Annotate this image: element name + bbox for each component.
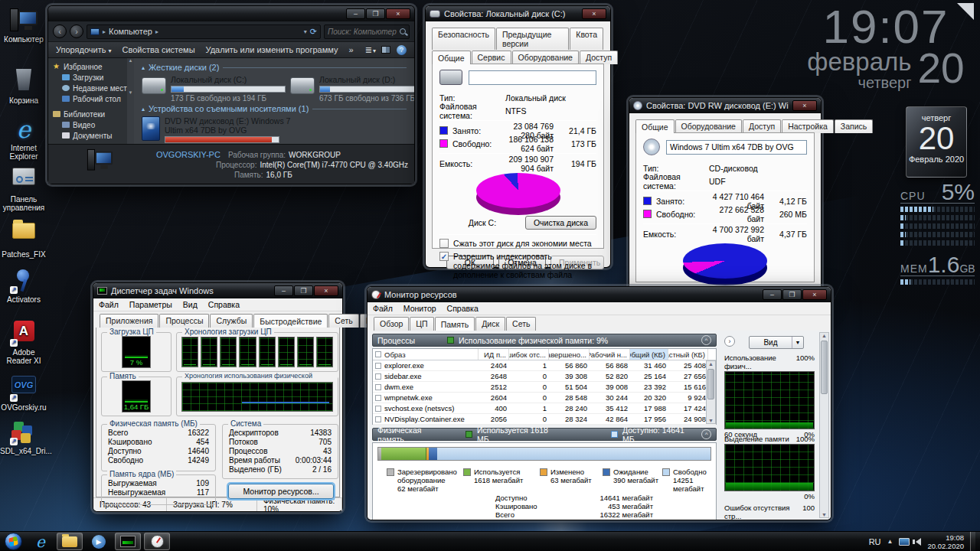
compress-checkbox[interactable] xyxy=(439,239,449,248)
minimize-button[interactable]: – xyxy=(346,8,365,19)
tab-quota[interactable]: Квота xyxy=(570,28,603,50)
volume-icon[interactable] xyxy=(916,538,921,546)
taskbar-explorer[interactable] xyxy=(57,533,83,550)
taskbar-internet-explorer[interactable]: e xyxy=(28,533,54,550)
sidebar-item-documents[interactable]: Документы xyxy=(53,130,134,141)
tab-recording[interactable]: Запись xyxy=(835,119,873,133)
sidebar-item-libraries[interactable]: Библиотеки xyxy=(53,109,134,119)
tab-performance[interactable]: Быстродействие xyxy=(253,314,328,328)
process-row[interactable]: explorer.exe 2404156 86056 86831 46025 4… xyxy=(373,360,716,371)
forward-button[interactable]: › xyxy=(70,24,83,38)
breadcrumb[interactable]: Компьютер xyxy=(109,27,152,36)
sidebar-item-favorites[interactable]: ★Избранное xyxy=(53,61,134,72)
indexing-checkbox[interactable]: ✓ xyxy=(439,252,449,261)
close-button[interactable]: × xyxy=(582,8,606,19)
close-button[interactable]: × xyxy=(792,100,817,111)
desktop-icon-recycle-bin[interactable]: Корзина xyxy=(0,67,47,105)
address-dropdown-icon[interactable]: ▾ xyxy=(304,28,307,35)
uninstall-program-button[interactable]: Удалить или изменить программу xyxy=(206,45,338,54)
close-button[interactable]: × xyxy=(386,8,410,19)
address-bar[interactable]: ▸ Компьютер ▸ ▾ ⟳ xyxy=(87,24,321,39)
process-row[interactable]: NVDisplay.Container.exe 2056028 32442 86… xyxy=(373,414,716,425)
process-checkbox[interactable] xyxy=(375,373,381,380)
resmon-titlebar[interactable]: Монитор ресурсов – ❐ × xyxy=(368,287,831,302)
taskbar-media-player[interactable]: ▶ xyxy=(86,533,112,550)
tab-sharing[interactable]: Доступ xyxy=(580,51,618,64)
refresh-icon[interactable]: ⟳ xyxy=(310,27,317,37)
desktop-icon-sdl[interactable]: ↗ SDL_x64_Dri... xyxy=(0,419,47,455)
desktop-icon-patches-fix[interactable]: Patches_FIX xyxy=(0,216,47,259)
desktop-icon-control-panel[interactable]: Панель управления xyxy=(0,164,47,212)
network-icon[interactable] xyxy=(899,538,910,546)
tab-networking[interactable]: Сеть xyxy=(328,314,358,328)
volume-label-input[interactable] xyxy=(666,140,807,155)
sidebar-scrollbar[interactable]: ▲▼ xyxy=(127,58,134,144)
desktop-icon-adobe-reader[interactable]: A↗ Adobe Reader XI xyxy=(0,318,47,365)
drive-item-c[interactable]: Локальный диск (C:) 173 ГБ свободно из 1… xyxy=(142,75,279,103)
menu-help[interactable]: Справка xyxy=(203,299,245,310)
tab-network[interactable]: Сеть xyxy=(506,317,536,331)
process-row[interactable]: wmpnetwk.exe 2604028 54830 24420 3209 92… xyxy=(373,393,716,403)
process-checkbox[interactable] xyxy=(375,406,381,412)
show-hidden-icons-arrow[interactable]: ▲ xyxy=(887,538,893,545)
maximize-button[interactable]: ❐ xyxy=(782,289,802,300)
close-button[interactable]: × xyxy=(802,289,827,300)
processes-section-header[interactable]: Процессы Использование физической памяти… xyxy=(372,334,717,347)
tab-applications[interactable]: Приложения xyxy=(100,314,158,328)
tab-hardware[interactable]: Оборудование xyxy=(675,119,742,133)
menu-file[interactable]: Файл xyxy=(93,299,124,310)
explorer-titlebar[interactable]: – ❐ × xyxy=(48,6,414,21)
resource-monitor-button[interactable]: Монитор ресурсов... xyxy=(228,484,334,499)
close-button[interactable]: × xyxy=(314,285,338,296)
start-button[interactable] xyxy=(2,533,24,551)
tab-customize[interactable]: Настройка xyxy=(782,119,834,133)
tab-overview[interactable]: Обзор xyxy=(374,317,409,331)
back-button[interactable]: ‹ xyxy=(53,24,67,38)
language-indicator[interactable]: RU xyxy=(869,537,881,546)
tab-cpu[interactable]: ЦП xyxy=(410,317,433,331)
search-icon[interactable] xyxy=(400,28,406,34)
process-row[interactable]: svchost.exe (netsvcs) 400128 24035 41217… xyxy=(373,403,716,414)
organize-menu[interactable]: Упорядочить ▾ xyxy=(56,45,112,54)
toolbar-overflow-chevron[interactable]: » xyxy=(348,45,353,54)
tab-memory[interactable]: Память xyxy=(435,317,475,331)
volume-label-input[interactable] xyxy=(469,70,596,85)
taskbar-resource-monitor[interactable] xyxy=(144,533,170,550)
physical-memory-section-header[interactable]: Физическая память Используется 1618 МБ Д… xyxy=(372,428,717,441)
select-all-checkbox[interactable] xyxy=(375,351,381,357)
disk-cleanup-button[interactable]: Очистка диска xyxy=(525,216,596,230)
dialog-titlebar[interactable]: Свойства: Локальный диск (C:) × xyxy=(426,6,610,21)
process-checkbox[interactable] xyxy=(375,384,381,390)
tab-hardware[interactable]: Оборудование xyxy=(512,51,579,64)
tab-tools[interactable]: Сервис xyxy=(472,51,511,64)
tab-previous-versions[interactable]: Предыдущие версии xyxy=(496,28,569,50)
collapse-chevron-icon[interactable]: ^ xyxy=(701,429,711,439)
tab-services[interactable]: Службы xyxy=(210,314,253,328)
window-scrollbar[interactable]: ▲▼ xyxy=(819,332,829,518)
drive-item-dvd[interactable]: DVD RW дисковод (E:) Windows 7 Ultim x64… xyxy=(142,116,407,144)
minimize-button[interactable]: – xyxy=(763,289,782,300)
process-checkbox[interactable] xyxy=(375,363,381,369)
sidebar-item-recent[interactable]: Недавние места xyxy=(53,83,134,93)
sidebar-item-downloads[interactable]: Загрузки xyxy=(53,72,134,83)
menu-monitor[interactable]: Монитор xyxy=(398,303,442,314)
taskbar-task-manager[interactable] xyxy=(115,533,141,550)
expand-chevron-icon[interactable]: › xyxy=(724,336,735,347)
search-box[interactable] xyxy=(324,24,410,39)
desktop-icon-internet-explorer[interactable]: e Internet Explorer xyxy=(0,116,47,161)
help-icon[interactable]: ? xyxy=(397,45,407,55)
search-input[interactable] xyxy=(328,28,400,36)
views-button-icon[interactable]: ≣ ▾ xyxy=(365,45,375,55)
process-checkbox[interactable] xyxy=(375,395,381,401)
menu-view[interactable]: Вид xyxy=(178,299,203,310)
collapse-chevron-icon[interactable]: ^ xyxy=(701,335,711,345)
dialog-titlebar[interactable]: Свойства: DVD RW дисковод (E:) Windows 7… xyxy=(629,98,821,113)
group-header-removable[interactable]: ▴Устройства со съемными носителями (1) xyxy=(142,104,407,113)
maximize-button[interactable]: ❐ xyxy=(294,285,313,296)
group-header-hard-disks[interactable]: ▴Жесткие диски (2) xyxy=(142,63,407,72)
tab-disk[interactable]: Диск xyxy=(475,317,505,331)
desktop-icon-computer[interactable]: Компьютер xyxy=(0,8,47,44)
process-row[interactable]: dwm.exe 2512051 50439 00823 39215 616 xyxy=(373,382,716,393)
tab-processes[interactable]: Процессы xyxy=(159,314,209,328)
tab-security[interactable]: Безопасность xyxy=(432,28,495,50)
